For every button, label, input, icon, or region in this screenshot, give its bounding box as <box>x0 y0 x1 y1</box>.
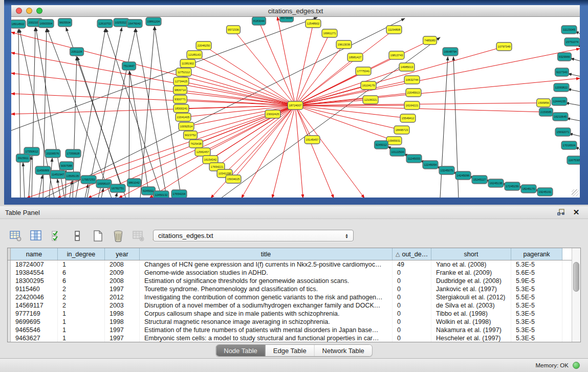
cell-pagerank[interactable]: 5.3E-5 <box>511 285 562 293</box>
cell-year[interactable]: 2012 <box>105 293 140 301</box>
delete-column-icon[interactable] <box>110 228 126 244</box>
cell-pagerank[interactable]: 5.6E-5 <box>511 269 562 277</box>
graph-node[interactable]: 9023752 <box>184 131 198 139</box>
graph-node[interactable]: 20206576 <box>45 149 60 158</box>
cell-short[interactable]: Hescheler et al. (1997) <box>431 334 511 342</box>
citation-network-graph[interactable]: 1872400722046250121851631138190212752112… <box>11 17 580 198</box>
cell-title[interactable]: Structural magnetic resonance image aver… <box>140 318 393 326</box>
cell-in_degree[interactable]: 1 <box>58 318 105 326</box>
graph-node[interactable]: 14985013 <box>399 63 415 71</box>
graph-node[interactable]: 10965931 <box>386 137 402 145</box>
graph-node[interactable]: 12106321 <box>363 96 378 104</box>
cell-in_degree[interactable]: 2 <box>58 285 105 293</box>
cell-out_degree[interactable]: 0 <box>393 318 431 326</box>
graph-node[interactable]: 16210645 <box>553 113 568 121</box>
cell-short[interactable]: Franke et al. (2009) <box>431 269 511 277</box>
cell-out_degree[interactable]: 0 <box>393 334 431 342</box>
cell-pagerank[interactable]: 5.3E-5 <box>511 318 562 326</box>
graph-node[interactable]: 16961271 <box>322 29 337 37</box>
cell-name[interactable]: 18724007 <box>11 260 58 269</box>
graph-node[interactable]: 15549412 <box>400 114 416 122</box>
graph-node[interactable]: 9329966 <box>558 53 572 61</box>
table-row[interactable]: 969969511998Structural magnetic resonanc… <box>8 318 580 326</box>
cell-short[interactable]: Jankovic et al. (1997) <box>431 285 511 293</box>
graph-node[interactable]: 13505135 <box>65 172 80 180</box>
table-row[interactable]: 946362711997Embryonic stem cells: a mode… <box>8 334 580 342</box>
table-row[interactable]: 977716911998Corpus callosum shape and si… <box>8 310 580 318</box>
cell-title[interactable]: Genome-wide association studies in ADHD. <box>140 269 393 277</box>
table-vertical-scrollbar[interactable] <box>572 248 580 342</box>
graph-node[interactable]: 12444155 <box>552 97 567 105</box>
cell-in_degree[interactable]: 1 <box>58 326 105 334</box>
graph-node[interactable]: 17245159 <box>505 182 520 190</box>
graph-node[interactable]: 19861204 <box>146 17 161 26</box>
graph-node[interactable]: 9605504 <box>58 18 72 27</box>
cell-out_degree[interactable]: 0 <box>393 301 431 310</box>
cell-out_degree[interactable]: 0 <box>393 326 431 334</box>
cell-title[interactable]: Disruption of a novel member of a sodium… <box>140 301 393 310</box>
cell-title[interactable]: Estimation of significance thresholds fo… <box>140 277 393 285</box>
cell-in_degree[interactable]: 6 <box>58 269 105 277</box>
cell-in_degree[interactable]: 6 <box>58 277 105 285</box>
graph-node[interactable]: 9227343 <box>555 68 569 76</box>
graph-node[interactable]: 8573004 <box>280 17 294 22</box>
cell-year[interactable]: 1997 <box>105 334 140 342</box>
graph-node[interactable]: 1595856 <box>537 99 551 107</box>
graph-node[interactable]: 17654204 <box>171 190 187 198</box>
graph-node[interactable]: 19613036 <box>336 40 352 49</box>
graph-node[interactable]: 10092514 <box>179 122 194 130</box>
row-height-icon[interactable] <box>69 228 85 244</box>
tab-network-table[interactable]: Network Table <box>315 345 372 356</box>
cell-short[interactable]: Dudbridge et al. (2008) <box>431 277 511 285</box>
graph-node[interactable]: 11675305 <box>567 156 580 164</box>
graph-node[interactable]: 12245054 <box>423 161 438 169</box>
cell-pagerank[interactable]: 5.3E-5 <box>511 301 562 310</box>
column-header-in_degree[interactable]: in_degree <box>58 248 105 260</box>
cell-name[interactable]: 9465546 <box>11 326 58 334</box>
float-panel-icon[interactable] <box>556 208 565 216</box>
cell-short[interactable]: Yano et al. (2008) <box>431 260 511 269</box>
cell-title[interactable]: Tourette syndrome. Phenomenology and cla… <box>140 285 393 293</box>
cell-in_degree[interactable]: 2 <box>58 293 105 301</box>
cell-pagerank[interactable]: 5.3E-5 <box>511 326 562 334</box>
column-header-name[interactable]: name <box>11 248 58 260</box>
cell-short[interactable]: Stergiakouli et al. (2012) <box>431 293 511 301</box>
graph-node[interactable]: 16958107 <box>96 180 112 188</box>
graph-node[interactable]: 10632744 <box>404 76 420 84</box>
cell-out_degree[interactable]: 49 <box>393 260 431 269</box>
graph-node[interactable]: 14245096 <box>455 171 471 180</box>
graph-node[interactable]: 11451947 <box>50 170 66 179</box>
create-column-icon[interactable] <box>89 228 106 244</box>
graph-node[interactable]: 7625438 <box>189 140 203 148</box>
cell-pagerank[interactable]: 5.3E-5 <box>511 310 562 318</box>
graph-node[interactable]: 18245170 <box>521 185 536 193</box>
graph-node[interactable]: 18914502 <box>11 20 26 28</box>
graph-node[interactable]: 12548902 <box>306 19 321 28</box>
graph-node[interactable]: 11456869 <box>35 166 51 174</box>
cell-year[interactable]: 1998 <box>105 310 140 318</box>
cell-in_degree[interactable]: 1 <box>58 310 105 318</box>
graph-node[interactable]: 16104179 <box>361 81 376 90</box>
graph-node[interactable]: 9097588 <box>60 162 74 170</box>
cell-out_degree[interactable]: 0 <box>393 277 431 285</box>
column-header-pagerank[interactable]: pagerank <box>511 248 562 260</box>
column-header-year[interactable]: year <box>105 248 140 260</box>
cell-year[interactable]: 2003 <box>105 301 140 310</box>
column-header-title[interactable]: title <box>140 248 393 260</box>
graph-node[interactable]: 16903304 <box>38 19 54 28</box>
graph-node[interactable]: 9806714 <box>173 86 187 94</box>
cell-title[interactable]: Estimation of the future numbers of pati… <box>140 326 393 334</box>
cell-out_degree[interactable]: 0 <box>393 285 431 293</box>
tab-edge-table[interactable]: Edge Table <box>266 345 315 356</box>
column-header-out_degree[interactable]: △out_de… <box>393 248 431 260</box>
cell-pagerank[interactable]: 5.5E-5 <box>511 293 562 301</box>
cell-name[interactable]: 9699695 <box>11 318 58 326</box>
graph-node[interactable]: 17957253 <box>81 176 96 184</box>
cell-year[interactable]: 1997 <box>105 285 140 293</box>
cell-in_degree[interactable]: 1 <box>58 334 105 342</box>
graph-node[interactable]: 15245117 <box>472 176 487 184</box>
cell-name[interactable]: 18300295 <box>11 277 58 285</box>
graph-node[interactable]: 12450132 <box>154 191 169 198</box>
select-columns-icon[interactable] <box>48 228 65 244</box>
graph-node[interactable]: 22045913 <box>406 89 421 97</box>
